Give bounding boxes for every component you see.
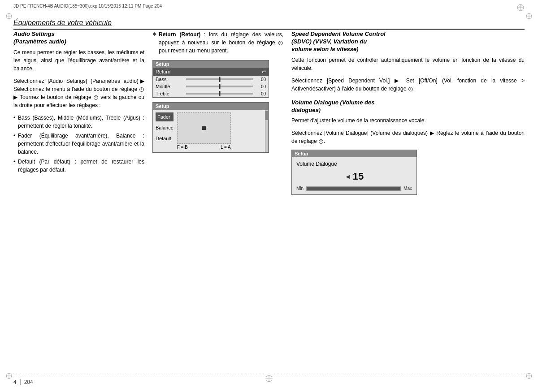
bass-slider [186, 78, 253, 80]
fader-grid-section: F = B L = A [177, 112, 231, 150]
vol-dialogue-body1: Permet d'ajuster le volume de la reconna… [291, 116, 525, 125]
setup-row-treble: Treble 00 [153, 90, 269, 97]
reg-mark-tr [525, 13, 533, 20]
fader-scroll-thumb[interactable] [265, 111, 268, 120]
footer-page-num: 204 [24, 379, 33, 385]
fader-label-default: Default [156, 134, 174, 143]
vol-slider-fill [307, 187, 339, 190]
vol-slider-row: Min Max [296, 186, 412, 191]
knob-icon-5 [319, 139, 323, 144]
fader-left-section: Fader Balance Default F = B L = A [153, 110, 265, 152]
main-content: Audio Settings (Paramètres audio) Ce men… [13, 30, 525, 365]
vol-number: 15 [353, 171, 364, 182]
return-label: Return [156, 69, 183, 74]
middle-label: Middle [156, 84, 183, 89]
fader-inner: Fader Balance Default F = B L = A [156, 112, 262, 150]
mid-column: Return (Retour) : lors du réglage des va… [152, 30, 291, 365]
footer-section-num: 4 [13, 379, 17, 385]
setup-row-bass: Bass 00 [153, 76, 269, 83]
bullet-item-default: Default (Par défaut) : permet de restaur… [13, 158, 144, 174]
sdvc-title: Speed Dependent Volume Control (SDVC) (V… [291, 30, 525, 53]
fader-label-list: Fader Balance Default [156, 112, 174, 143]
right-column: Speed Dependent Volume Control (SDVC) (V… [291, 30, 525, 365]
sdvc-body2: Sélectionnez [Speed Dependent Vol.] ▶ Se… [291, 77, 525, 93]
treble-label: Treble [156, 91, 183, 96]
fader-label-fader: Fader [156, 112, 174, 121]
sdvc-section: Speed Dependent Volume Control (SDVC) (V… [291, 30, 525, 93]
bottom-crosshair-icon [265, 375, 273, 383]
sdvc-body1: Cette fonction permet de contrôler autom… [291, 56, 525, 72]
treble-value: 00 [256, 91, 266, 96]
knob-icon-3 [278, 41, 283, 45]
fader-label-l: L = A [221, 145, 231, 150]
vol-content: Volume Dialogue ◄ 15 Min Max [292, 157, 417, 194]
treble-slider [186, 93, 253, 95]
vol-min-label: Min [296, 186, 304, 191]
setup-row-middle: Middle 00 [153, 83, 269, 90]
bass-label: Bass [156, 77, 183, 82]
page-title: Équipements de votre véhicule [13, 19, 525, 27]
return-arrow-icon: ↩ [261, 69, 266, 75]
middle-slider [186, 86, 253, 87]
bullet-item-bass: Bass (Basses), Middle (Médiums), Treble … [13, 114, 144, 130]
fader-label-balance: Balance [156, 123, 174, 132]
fader-cursor-dot [202, 126, 206, 130]
doc-meta: JD PE FRENCH-4B AUDIO(185~300).qxp 10/15… [13, 4, 525, 12]
fader-grid [177, 112, 231, 144]
setup-box-audio: Setup Return ↩ Bass 00 Middle [152, 60, 269, 98]
audio-settings-title: Audio Settings (Paramètres audio) [13, 30, 144, 46]
setup-label-1: Setup [156, 61, 169, 67]
setup-box-fader: Setup Fader Balance Default [152, 102, 269, 153]
vol-setup-label: Setup [295, 151, 308, 156]
doc-info-text: JD PE FRENCH-4B AUDIO(185~300).qxp 10/15… [13, 4, 162, 9]
fader-scrollbar[interactable] [265, 110, 269, 152]
vol-title-bar: Setup [292, 150, 417, 157]
vol-title-text: Volume Dialogue [296, 161, 412, 167]
vol-dialogue-title: Volume Dialogue (Volume des dialogues) [291, 99, 525, 114]
vol-dialogue-box: Setup Volume Dialogue ◄ 15 Min Max [291, 150, 417, 195]
vol-triangle-icon: ◄ [345, 173, 351, 180]
reg-mark-bl [5, 372, 13, 379]
middle-slider-thumb [219, 84, 221, 89]
fader-main-area: Fader Balance Default F = B L = A [153, 110, 269, 152]
audio-settings-body2: Sélectionnez [Audio Settings] (Paramètre… [13, 77, 144, 109]
vol-dialogue-section: Volume Dialogue (Volume des dialogues) P… [291, 99, 525, 195]
footer-separator [20, 379, 21, 385]
vol-dialogue-body2: Sélectionnez [Volume Dialogue] (Volume d… [291, 129, 525, 145]
middle-value: 00 [256, 84, 266, 89]
bass-value: 00 [256, 77, 266, 82]
treble-slider-thumb [219, 91, 221, 96]
fader-bottom-labels: F = B L = A [177, 145, 231, 150]
vol-value-row: ◄ 15 [296, 171, 412, 182]
reg-mark-br [525, 372, 533, 379]
audio-settings-body1: Ce menu permet de régler les basses, les… [13, 48, 144, 73]
reg-mark-tl [5, 13, 13, 20]
knob-icon-4 [408, 87, 413, 91]
setup-row-return: Return ↩ [153, 68, 269, 76]
bottom-center-crosshair [265, 375, 273, 384]
left-column: Audio Settings (Paramètres audio) Ce men… [13, 30, 152, 365]
knob-icon-2 [94, 95, 98, 100]
page-header: Équipements de votre véhicule [13, 19, 525, 30]
audio-bullet-list: Bass (Basses), Middle (Médiums), Treble … [13, 114, 144, 174]
return-bullet-text: Return (Retour) : lors du réglage des va… [152, 30, 283, 55]
bullet-item-fader: Fader (Équilibrage avant/arrière), Balan… [13, 132, 144, 156]
knob-icon-1 [139, 87, 144, 92]
setup-title-bar-1: Setup [153, 60, 269, 68]
fader-label-f: F = B [177, 145, 188, 150]
bass-slider-thumb [219, 77, 221, 82]
vol-max-label: Max [404, 186, 412, 191]
crosshair-icon [516, 4, 525, 12]
setup-title-bar-2: Setup [153, 103, 269, 110]
setup-label-2: Setup [156, 103, 169, 109]
vol-slider-track [306, 186, 401, 191]
